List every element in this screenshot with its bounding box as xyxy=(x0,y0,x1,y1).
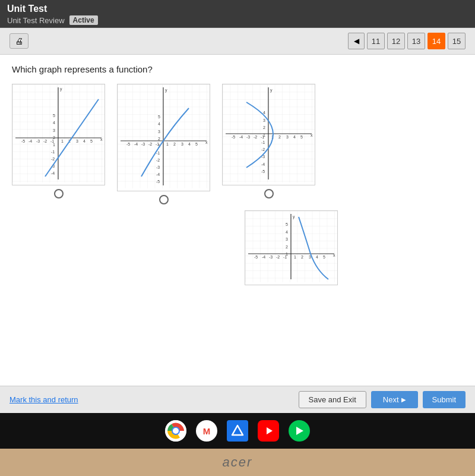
svg-text:1: 1 xyxy=(166,142,169,146)
submit-button[interactable]: Submit xyxy=(423,391,466,408)
svg-text:-2: -2 xyxy=(51,157,55,161)
action-buttons: Save and Exit Next Submit xyxy=(299,391,466,408)
svg-text:3: 3 xyxy=(263,118,265,122)
graph-option-c: y x 4 3 2 1 -1 -2 -3 -4 -5 -5 -4 xyxy=(222,84,315,204)
breadcrumb-row: Unit Test Review Active xyxy=(7,15,468,25)
svg-text:y: y xyxy=(270,88,273,93)
svg-text:5: 5 xyxy=(323,255,325,259)
mark-return-link[interactable]: Mark this and return xyxy=(10,395,78,404)
svg-text:-2: -2 xyxy=(276,255,280,259)
prev-page-button[interactable]: ◀ xyxy=(348,33,365,49)
svg-text:5: 5 xyxy=(53,114,55,118)
svg-text:-2: -2 xyxy=(156,158,160,162)
svg-text:4: 4 xyxy=(188,142,191,146)
graph-option-d: y x 5 4 3 2 1 -5 -4 -3 -2 -1 1 xyxy=(245,210,338,285)
svg-text:-2: -2 xyxy=(148,142,152,146)
svg-text:-4: -4 xyxy=(28,139,32,143)
acer-brand: acer xyxy=(0,449,475,476)
print-button[interactable]: 🖨 xyxy=(10,33,28,49)
graph-option-b: y x 5 4 3 2 1 -1 -2 -3 -4 -5 -5 xyxy=(117,84,210,204)
svg-text:5: 5 xyxy=(90,139,93,143)
top-bar: Unit Test Unit Test Review Active xyxy=(0,0,475,28)
svg-text:-5: -5 xyxy=(126,142,130,146)
svg-text:3: 3 xyxy=(286,237,288,241)
page-11[interactable]: 11 xyxy=(367,33,385,49)
page-12[interactable]: 12 xyxy=(387,33,405,49)
svg-text:2: 2 xyxy=(173,142,176,146)
svg-text:1: 1 xyxy=(53,143,55,147)
svg-text:5: 5 xyxy=(300,135,303,139)
radio-c[interactable] xyxy=(264,189,274,198)
svg-text:2: 2 xyxy=(301,255,303,259)
svg-text:3: 3 xyxy=(181,142,183,146)
action-bar: Mark this and return Save and Exit Next … xyxy=(0,386,475,413)
play-store-icon[interactable] xyxy=(289,420,310,442)
svg-text:3: 3 xyxy=(76,139,78,143)
radio-a[interactable] xyxy=(54,189,64,198)
next-button[interactable]: Next xyxy=(371,391,418,408)
svg-text:-1: -1 xyxy=(283,255,287,259)
svg-text:-3: -3 xyxy=(269,255,273,259)
gmail-icon[interactable]: M xyxy=(196,420,217,442)
svg-text:x: x xyxy=(205,140,208,144)
svg-text:1: 1 xyxy=(294,255,296,259)
status-badge: Active xyxy=(69,15,98,25)
svg-text:-5: -5 xyxy=(21,139,25,143)
svg-text:2: 2 xyxy=(278,135,281,139)
svg-text:-4: -4 xyxy=(51,171,55,175)
svg-text:4: 4 xyxy=(293,135,296,139)
page-14[interactable]: 14 xyxy=(428,33,445,49)
svg-text:-4: -4 xyxy=(156,172,160,176)
svg-marker-100 xyxy=(296,427,303,435)
svg-text:-1: -1 xyxy=(261,140,265,144)
breadcrumb: Unit Test Review xyxy=(7,16,65,25)
page-15[interactable]: 15 xyxy=(448,33,466,49)
svg-text:3: 3 xyxy=(158,130,160,134)
svg-text:5: 5 xyxy=(195,142,198,146)
svg-text:y: y xyxy=(165,88,167,93)
svg-marker-98 xyxy=(232,425,243,435)
svg-text:x: x xyxy=(100,137,103,141)
svg-text:4: 4 xyxy=(83,139,86,143)
svg-text:-2: -2 xyxy=(261,147,265,152)
svg-text:2: 2 xyxy=(158,137,160,141)
svg-text:x: x xyxy=(333,253,335,257)
svg-text:4: 4 xyxy=(53,121,55,125)
taskbar: M xyxy=(0,413,475,449)
svg-text:-1: -1 xyxy=(51,150,55,154)
svg-text:x: x xyxy=(311,133,313,137)
question-area: Which graph represents a function? xyxy=(0,55,475,386)
save-exit-button[interactable]: Save and Exit xyxy=(299,391,366,408)
svg-text:-2: -2 xyxy=(254,135,257,139)
svg-text:1: 1 xyxy=(61,139,64,143)
svg-text:-3: -3 xyxy=(36,139,40,143)
radio-b[interactable] xyxy=(159,195,169,204)
google-drive-icon[interactable] xyxy=(227,420,248,442)
svg-text:4: 4 xyxy=(158,122,160,126)
graph-d: y x 5 4 3 2 1 -5 -4 -3 -2 -1 1 xyxy=(245,210,338,285)
svg-text:-4: -4 xyxy=(261,162,265,166)
youtube-icon[interactable] xyxy=(258,420,279,442)
svg-point-97 xyxy=(173,428,179,434)
svg-text:-3: -3 xyxy=(141,142,145,146)
svg-text:2: 2 xyxy=(263,125,265,130)
svg-text:-1: -1 xyxy=(156,142,159,146)
svg-text:-3: -3 xyxy=(156,165,160,169)
svg-text:3: 3 xyxy=(286,135,289,139)
svg-text:2: 2 xyxy=(286,245,288,249)
svg-text:5: 5 xyxy=(158,115,160,119)
svg-text:y: y xyxy=(60,87,62,92)
svg-text:-4: -4 xyxy=(262,255,265,259)
page-title: Unit Test xyxy=(7,2,468,15)
svg-text:-4: -4 xyxy=(239,135,243,139)
nav-bar: 🖨 ◀ 11 12 13 14 15 xyxy=(0,28,475,55)
page-13[interactable]: 13 xyxy=(407,33,425,49)
svg-text:-5: -5 xyxy=(232,135,235,139)
svg-text:-1: -1 xyxy=(261,135,264,139)
svg-text:-1: -1 xyxy=(50,139,54,143)
svg-text:-2: -2 xyxy=(43,139,47,143)
svg-text:-5: -5 xyxy=(261,169,265,174)
svg-text:-4: -4 xyxy=(134,142,138,146)
svg-text:-5: -5 xyxy=(156,179,160,184)
chrome-icon[interactable] xyxy=(165,420,186,442)
